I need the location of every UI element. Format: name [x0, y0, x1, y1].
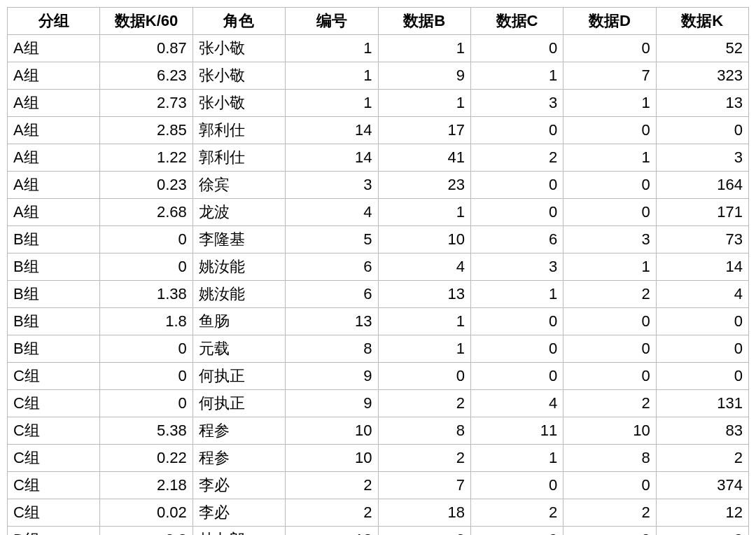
cell-role: 李必: [192, 472, 285, 499]
cell-k: 52: [656, 35, 748, 62]
cell-no: 2: [286, 499, 378, 527]
cell-no: 4: [286, 199, 378, 226]
cell-k: 0: [656, 117, 748, 144]
cell-no: 9: [286, 363, 378, 390]
cell-role: 程参: [192, 445, 285, 472]
cell-k: 3: [656, 144, 748, 172]
table-row: A组2.73张小敬113113: [8, 90, 749, 117]
col-header-role: 角色: [192, 8, 285, 35]
cell-d: 0: [564, 199, 656, 226]
cell-k60: 0: [100, 390, 192, 417]
cell-k60: 2.18: [100, 472, 192, 499]
cell-k60: 0.23: [100, 172, 192, 199]
cell-k60: 0: [100, 335, 192, 363]
cell-k: 0: [656, 527, 748, 536]
cell-b: 9: [378, 62, 470, 90]
col-header-c: 数据C: [470, 8, 563, 35]
cell-role: 何执正: [192, 363, 285, 390]
cell-no: 9: [286, 390, 378, 417]
cell-d: 0: [564, 472, 656, 499]
cell-c: 2: [470, 144, 563, 172]
table-row: B组0李隆基5106373: [8, 226, 749, 253]
cell-group: C组: [8, 417, 100, 445]
table-row: A组1.22郭利仕1441213: [8, 144, 749, 172]
cell-no: 5: [286, 226, 378, 253]
table-row: A组0.87张小敬110052: [8, 35, 749, 62]
cell-c: 11: [470, 417, 563, 445]
table-body: A组0.87张小敬110052A组6.23张小敬1917323A组2.73张小敬…: [8, 35, 749, 536]
table-row: C组0.22程参102182: [8, 445, 749, 472]
cell-no: 8: [286, 335, 378, 363]
cell-group: B组: [8, 308, 100, 335]
cell-group: A组: [8, 199, 100, 226]
cell-group: C组: [8, 363, 100, 390]
cell-group: A组: [8, 90, 100, 117]
cell-role: 郭利仕: [192, 117, 285, 144]
col-header-d: 数据D: [564, 8, 656, 35]
cell-group: B组: [8, 335, 100, 363]
cell-c: 1: [470, 445, 563, 472]
cell-group: B组: [8, 281, 100, 308]
cell-b: 18: [378, 499, 470, 527]
cell-no: 14: [286, 117, 378, 144]
cell-role: 李隆基: [192, 226, 285, 253]
cell-k: 13: [656, 90, 748, 117]
cell-no: 13: [286, 308, 378, 335]
cell-k: 323: [656, 62, 748, 90]
cell-b: 4: [378, 253, 470, 281]
cell-c: 0: [470, 472, 563, 499]
cell-role: 徐宾: [192, 172, 285, 199]
cell-b: 2: [378, 445, 470, 472]
cell-group: A组: [8, 144, 100, 172]
cell-c: 0: [470, 308, 563, 335]
cell-group: A组: [8, 62, 100, 90]
cell-d: 7: [564, 62, 656, 90]
cell-k60: 0: [100, 253, 192, 281]
cell-b: 8: [378, 417, 470, 445]
cell-b: 1: [378, 199, 470, 226]
col-header-no: 编号: [286, 8, 378, 35]
cell-k: 131: [656, 390, 748, 417]
cell-d: 0: [564, 308, 656, 335]
cell-b: 10: [378, 226, 470, 253]
cell-k60: 1.8: [100, 308, 192, 335]
cell-d: 2: [564, 499, 656, 527]
cell-k60: 1.38: [100, 281, 192, 308]
cell-k: 14: [656, 253, 748, 281]
cell-role: 姚汝能: [192, 253, 285, 281]
cell-c: 3: [470, 90, 563, 117]
table-row: D组0.2林九郎120000: [8, 527, 749, 536]
cell-k: 12: [656, 499, 748, 527]
col-header-k: 数据K: [656, 8, 748, 35]
cell-c: 0: [470, 363, 563, 390]
cell-k: 374: [656, 472, 748, 499]
cell-c: 1: [470, 62, 563, 90]
cell-group: B组: [8, 253, 100, 281]
table-row: A组0.23徐宾32300164: [8, 172, 749, 199]
cell-k60: 1.22: [100, 144, 192, 172]
cell-b: 1: [378, 335, 470, 363]
cell-group: A组: [8, 172, 100, 199]
cell-b: 1: [378, 35, 470, 62]
cell-group: C组: [8, 390, 100, 417]
cell-k60: 5.38: [100, 417, 192, 445]
cell-d: 2: [564, 390, 656, 417]
cell-role: 张小敬: [192, 90, 285, 117]
col-header-b: 数据B: [378, 8, 470, 35]
cell-b: 2: [378, 390, 470, 417]
table-row: A组2.85郭利仕1417000: [8, 117, 749, 144]
table-row: B组1.38姚汝能613124: [8, 281, 749, 308]
cell-no: 1: [286, 35, 378, 62]
cell-no: 1: [286, 90, 378, 117]
cell-b: 13: [378, 281, 470, 308]
cell-d: 10: [564, 417, 656, 445]
cell-d: 0: [564, 117, 656, 144]
cell-b: 41: [378, 144, 470, 172]
cell-d: 0: [564, 527, 656, 536]
cell-k60: 0: [100, 226, 192, 253]
cell-no: 6: [286, 253, 378, 281]
cell-role: 张小敬: [192, 35, 285, 62]
cell-c: 2: [470, 499, 563, 527]
cell-k: 0: [656, 363, 748, 390]
cell-role: 程参: [192, 417, 285, 445]
